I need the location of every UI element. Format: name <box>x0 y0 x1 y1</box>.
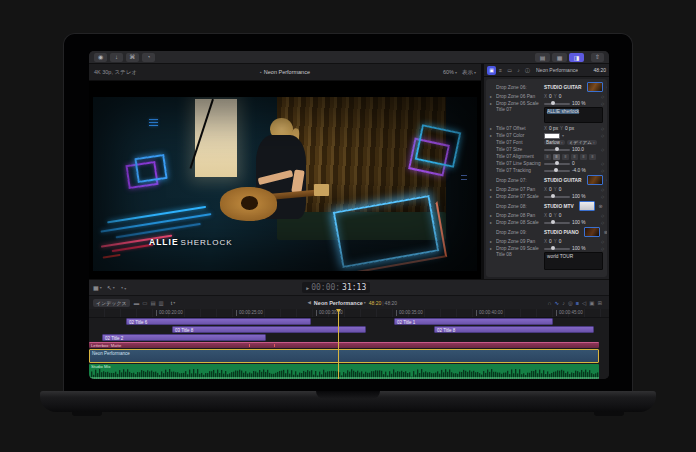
align-button-icon[interactable]: ≡ <box>589 154 596 160</box>
parameter-value[interactable]: 0 <box>572 161 575 166</box>
inspector-row[interactable]: ▸Drop Zone 06 PanX0Y0◇ <box>488 93 605 100</box>
append-icon[interactable]: ▤ <box>150 300 155 306</box>
expand-timeline-icon[interactable]: ⊞ <box>597 300 602 306</box>
background-tasks-icon[interactable]: ◔ <box>142 53 155 62</box>
timeline-title-clip[interactable]: 03 Title 8 <box>172 326 366 333</box>
inspector-row[interactable]: ▸Drop Zone 09 Scale100 %◇ <box>488 245 605 252</box>
paste-as-connected-icon[interactable]: ▬ <box>134 300 140 306</box>
keyframe-icon[interactable]: ◇ <box>601 194 605 199</box>
share-button[interactable]: ⇧ <box>591 53 604 62</box>
mute-icon[interactable]: ◁ <box>582 300 586 306</box>
slider-thumb[interactable] <box>555 161 559 165</box>
viewer-zoom-menu[interactable]: 60%▾ <box>443 69 457 76</box>
retime-menu[interactable]: ◔▾ <box>120 285 127 291</box>
timeline-title-clip[interactable]: 02 Title 6 <box>126 318 311 325</box>
keyframe-icon[interactable]: ◇ <box>601 220 605 225</box>
media-thumbnail[interactable] <box>579 201 595 211</box>
color-swatch[interactable] <box>544 133 560 139</box>
align-button-icon[interactable]: ≡ <box>571 154 578 160</box>
timeline-audio-clip[interactable]: Studio Mix <box>89 364 599 379</box>
value-x[interactable]: 0 <box>549 239 552 244</box>
audio-skimming-icon[interactable]: ♪ <box>562 300 565 306</box>
timeline-back-icon[interactable]: ◀ <box>307 300 310 305</box>
parameter-slider[interactable] <box>544 196 570 198</box>
media-thumbnail[interactable] <box>587 82 603 92</box>
sidebar-toggle-icon[interactable]: ◉ <box>94 53 107 62</box>
slider-thumb[interactable] <box>551 220 555 224</box>
clear-dropzone-icon[interactable]: ⊗ <box>604 229 607 235</box>
tab-audio[interactable]: ♪ <box>514 66 523 75</box>
browser-toggle-icon[interactable]: ▤ <box>535 53 550 62</box>
inspector-row[interactable]: Drop Zone 06:STUDIO GUITAR⊗ <box>488 81 605 93</box>
disclosure-icon[interactable]: ▸ <box>490 220 494 225</box>
parameter-slider[interactable] <box>544 170 570 172</box>
inspector-row[interactable]: Drop Zone 07:STUDIO GUITAR⊗ <box>488 174 605 186</box>
playhead[interactable] <box>338 309 339 379</box>
inspector-row[interactable]: Title 07 Alignment≡≡≡≡≡≡ <box>488 153 605 160</box>
timeline-title-clip[interactable]: 02 Title 1 <box>394 318 553 325</box>
value-y[interactable]: 0 px <box>565 126 574 131</box>
inspector-row[interactable]: Title 07 Size100.0◇ <box>488 146 605 153</box>
keyword-editor-icon[interactable]: ⌘ <box>126 53 139 62</box>
keyframe-icon[interactable]: ◇ <box>601 213 605 218</box>
parameter-slider[interactable] <box>544 163 570 165</box>
disclosure-icon[interactable]: ▸ <box>490 126 494 131</box>
disclosure-icon[interactable]: ▸ <box>490 246 494 251</box>
play-icon[interactable]: ▶ <box>306 285 309 291</box>
tab-text[interactable]: ≡ <box>496 66 505 75</box>
font-weight-popup[interactable]: ミディアム↕ <box>567 140 597 145</box>
slider-thumb[interactable] <box>551 194 555 198</box>
value-x[interactable]: 0 <box>549 94 552 99</box>
slider-thumb[interactable] <box>554 168 558 172</box>
title-text-field[interactable]: world TOUR <box>544 252 603 270</box>
keyframe-icon[interactable]: ◇ <box>601 187 605 192</box>
slider-thumb[interactable] <box>555 147 559 151</box>
value-y[interactable]: 0 <box>559 213 562 218</box>
solo-icon[interactable]: ◎ <box>568 300 573 306</box>
viewer-canvas[interactable]: ALLIESHERLOCK <box>89 81 481 279</box>
insert-icon[interactable]: ▥ <box>159 300 164 306</box>
import-media-icon[interactable]: ↓ <box>110 53 123 62</box>
inspector-row[interactable]: Title 07ALLIE sherlock <box>488 107 605 125</box>
timeline-project-menu[interactable]: Neon Performance▾ <box>314 300 366 306</box>
keyframe-icon[interactable]: ◇ <box>601 126 605 131</box>
parameter-slider[interactable] <box>544 103 570 105</box>
parameter-slider[interactable] <box>544 248 570 250</box>
keyframe-icon[interactable]: ◇ <box>601 246 605 251</box>
inspector-toggle-icon[interactable]: ◨ <box>569 53 584 62</box>
value-y[interactable]: 0 <box>559 239 562 244</box>
parameter-slider[interactable] <box>544 222 570 224</box>
keyframe-icon[interactable]: ◇ <box>601 101 605 106</box>
tool-select-menu[interactable]: ↖▾ <box>107 284 115 291</box>
inspector-row[interactable]: ▸Drop Zone 07 PanX0Y0◇ <box>488 186 605 193</box>
parameter-slider[interactable] <box>544 149 570 151</box>
index-button[interactable]: インデックス <box>93 299 130 307</box>
tab-generator[interactable]: ▣ <box>487 66 496 75</box>
parameter-value[interactable]: 100 % <box>572 101 586 106</box>
value-y[interactable]: 0 <box>559 94 562 99</box>
skimming-icon[interactable]: ∿ <box>555 300 560 306</box>
inspector-row[interactable]: ▸Drop Zone 08 Scale100 %◇ <box>488 219 605 226</box>
clear-dropzone-icon[interactable]: ⊗ <box>599 203 603 209</box>
align-button-icon[interactable]: ≡ <box>553 154 560 160</box>
keyframe-icon[interactable]: ◇ <box>601 239 605 244</box>
disclosure-icon[interactable]: ▸ <box>490 187 494 192</box>
value-x[interactable]: 0 <box>549 187 552 192</box>
clear-dropzone-icon[interactable]: ⊗ <box>607 84 608 90</box>
inspector-row[interactable]: ▸Title 07 OffsetX0 pxY0 px◇ <box>488 125 605 132</box>
inspector-row[interactable]: Title 07 FontBarlow↕ミディアム↕ <box>488 139 605 146</box>
parameter-value[interactable]: 100.0 <box>572 147 584 152</box>
timeline-title-clip[interactable]: 02 Title 8 <box>434 326 594 333</box>
tab-info[interactable]: ⓘ <box>523 66 532 75</box>
inspector-row[interactable]: ▸Drop Zone 09 PanX0Y0◇ <box>488 238 605 245</box>
disclosure-icon[interactable]: ▸ <box>490 94 494 99</box>
parameter-value[interactable]: 100 % <box>572 246 586 251</box>
timeline-title-clip[interactable]: 02 Title 2 <box>102 334 266 341</box>
value-y[interactable]: 0 <box>559 187 562 192</box>
inspector-row[interactable]: Drop Zone 09:STUDIO PIANO⊗ <box>488 226 605 238</box>
timeline-letterbox-clip[interactable]: Letterbox: Matte <box>89 342 599 348</box>
text-tool-menu[interactable]: t▾ <box>171 300 176 306</box>
keyframe-icon[interactable]: ◇ <box>601 147 605 152</box>
inspector-row[interactable]: ▸Drop Zone 07 Scale100 %◇ <box>488 193 605 200</box>
clear-dropzone-icon[interactable]: ⊗ <box>607 177 608 183</box>
